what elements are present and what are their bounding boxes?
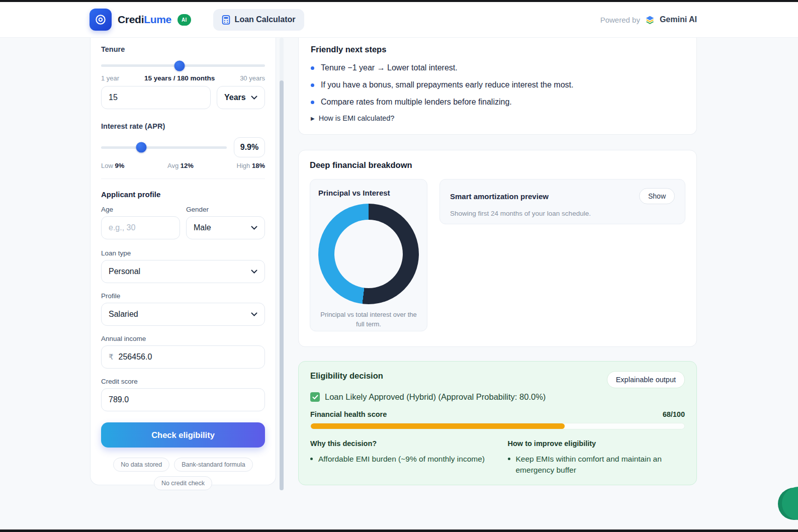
powered-by-name: Gemini AI bbox=[660, 15, 697, 24]
tenure-unit-value: Years bbox=[224, 93, 246, 102]
why-decision-column: Why this decision? Affordable EMI burden… bbox=[310, 439, 488, 476]
annual-income-field[interactable]: ₹ bbox=[101, 345, 265, 369]
brand-name-secondary: Lume bbox=[144, 14, 171, 25]
tab-label: Loan Calculator bbox=[235, 15, 296, 24]
health-score-label: Financial health score bbox=[310, 410, 387, 418]
credit-score-input[interactable] bbox=[101, 388, 265, 411]
interest-avg: Avg 12% bbox=[167, 162, 194, 169]
donut-title: Principal vs Interest bbox=[318, 189, 419, 197]
interest-value-box: 9.9% bbox=[234, 137, 265, 157]
chevron-down-icon bbox=[251, 226, 257, 230]
powered-by-prefix: Powered by bbox=[600, 16, 640, 24]
principal-interest-donut bbox=[318, 204, 419, 304]
gender-label: Gender bbox=[186, 206, 265, 213]
amortization-caption: Showing first 24 months of your loan sch… bbox=[450, 210, 675, 217]
rupee-icon: ₹ bbox=[109, 352, 114, 362]
next-step-item: Tenure −1 year → Lower total interest. bbox=[311, 62, 684, 73]
eligibility-result: Loan Likely Approved (Hybrid) (Approval … bbox=[310, 392, 685, 402]
profile-value: Salaried bbox=[109, 310, 138, 319]
ai-badge: AI bbox=[178, 14, 191, 26]
deep-financial-breakdown-card: Deep financial breakdown Principal vs In… bbox=[298, 150, 697, 347]
loan-type-select[interactable]: Personal bbox=[101, 260, 265, 283]
applicant-profile-heading: Applicant profile bbox=[101, 190, 265, 199]
bullet-dot-icon bbox=[311, 83, 314, 87]
emi-question-label: How is EMI calculated? bbox=[319, 114, 395, 122]
interest-slider-thumb[interactable] bbox=[136, 142, 147, 153]
tab-loan-calculator[interactable]: Loan Calculator bbox=[213, 9, 304, 31]
bullet-dot-icon bbox=[311, 101, 314, 104]
layers-icon bbox=[645, 15, 655, 25]
credit-score-label: Credit score bbox=[101, 378, 265, 385]
window-frame-bottom bbox=[0, 529, 798, 532]
panel-scrollbar-thumb[interactable] bbox=[280, 80, 284, 490]
bullseye-icon bbox=[94, 13, 107, 26]
loan-type-label: Loan type bbox=[101, 249, 265, 257]
badge-no-data-stored: No data stored bbox=[113, 458, 169, 472]
window-frame-top bbox=[0, 0, 798, 2]
calculator-icon bbox=[222, 15, 230, 25]
bullet-dot-icon bbox=[310, 458, 313, 460]
why-decision-item: Affordable EMI burden (~9% of monthly in… bbox=[310, 454, 488, 465]
principal-interest-card: Principal vs Interest Principal vs total… bbox=[310, 179, 427, 331]
friendly-next-steps-card: Friendly next steps Tenure −1 year → Low… bbox=[298, 38, 697, 135]
improve-eligibility-column: How to improve eligibility Keep EMIs wit… bbox=[508, 439, 685, 476]
brand: CrediLume AI bbox=[90, 9, 191, 31]
eligibility-decision-card: Eligibility decision Explainable output … bbox=[298, 361, 697, 485]
trust-badges: No data stored Bank-standard formula No … bbox=[101, 458, 265, 490]
gender-select[interactable]: Male bbox=[186, 216, 265, 239]
tenure-slider[interactable] bbox=[101, 60, 265, 71]
interest-slider-track[interactable] bbox=[101, 146, 227, 149]
brand-logo bbox=[90, 9, 112, 31]
tenure-unit-select[interactable]: Years bbox=[217, 86, 265, 109]
improve-eligibility-item: Keep EMIs within comfort and maintain an… bbox=[508, 454, 685, 476]
donut-caption: Principal vs total interest over the ful… bbox=[318, 310, 419, 329]
badge-no-credit-check: No credit check bbox=[154, 476, 212, 490]
eligibility-title: Eligibility decision bbox=[310, 371, 383, 381]
powered-by: Powered by Gemini AI bbox=[600, 15, 697, 25]
amortization-title: Smart amortization preview bbox=[450, 192, 549, 201]
interest-slider[interactable] bbox=[101, 142, 227, 153]
next-steps-title: Friendly next steps bbox=[311, 45, 684, 54]
health-progress-track bbox=[310, 423, 685, 429]
improve-eligibility-heading: How to improve eligibility bbox=[508, 439, 685, 448]
tenure-min-label: 1 year bbox=[101, 74, 119, 82]
emi-calculation-disclosure[interactable]: ▶ How is EMI calculated? bbox=[311, 114, 684, 122]
panel-scrollbar[interactable] bbox=[280, 38, 284, 490]
check-eligibility-button[interactable]: Check eligibility bbox=[101, 422, 265, 448]
gender-value: Male bbox=[194, 223, 211, 232]
amortization-card: Smart amortization preview Show Showing … bbox=[439, 179, 685, 224]
tenure-max-label: 30 years bbox=[240, 74, 265, 82]
profile-select[interactable]: Salaried bbox=[101, 303, 265, 326]
health-progress-fill bbox=[311, 423, 565, 429]
tenure-slider-thumb[interactable] bbox=[174, 60, 185, 71]
next-step-item: Compare rates from multiple lenders befo… bbox=[311, 97, 684, 108]
annual-income-input[interactable] bbox=[119, 352, 257, 362]
why-decision-heading: Why this decision? bbox=[310, 439, 488, 448]
age-label: Age bbox=[101, 206, 180, 213]
bullet-dot-icon bbox=[311, 66, 314, 70]
badge-bank-standard-formula: Bank-standard formula bbox=[174, 458, 252, 472]
brand-name: CrediLume bbox=[118, 14, 171, 26]
interest-scale: Low 9% Avg 12% High 18% bbox=[101, 162, 265, 169]
profile-label: Profile bbox=[101, 292, 265, 300]
tenure-value-input[interactable] bbox=[101, 86, 211, 109]
bullet-dot-icon bbox=[508, 458, 510, 460]
tenure-label: Tenure bbox=[101, 45, 265, 53]
chevron-down-icon bbox=[251, 312, 257, 316]
tenure-current-label: 15 years / 180 months bbox=[144, 74, 215, 82]
chevron-down-icon bbox=[251, 270, 257, 274]
app-header: CrediLume AI Loan Calculator Powered by … bbox=[0, 2, 798, 38]
age-input[interactable] bbox=[101, 216, 180, 239]
explainable-output-button[interactable]: Explainable output bbox=[607, 371, 685, 388]
annual-income-label: Annual income bbox=[101, 335, 265, 342]
tenure-scale: 1 year 15 years / 180 months 30 years bbox=[101, 74, 265, 82]
eligibility-result-text: Loan Likely Approved (Hybrid) (Approval … bbox=[325, 392, 546, 402]
divider bbox=[101, 179, 265, 179]
show-amortization-button[interactable]: Show bbox=[639, 188, 675, 204]
loan-form-panel: Tenure 1 year 15 years / 180 months 30 y… bbox=[90, 38, 276, 485]
breakdown-title: Deep financial breakdown bbox=[310, 160, 685, 170]
interest-label: Interest rate (APR) bbox=[101, 122, 265, 130]
loan-type-value: Personal bbox=[109, 267, 140, 276]
health-score-value: 68/100 bbox=[663, 410, 685, 418]
interest-high: High 18% bbox=[237, 162, 265, 169]
